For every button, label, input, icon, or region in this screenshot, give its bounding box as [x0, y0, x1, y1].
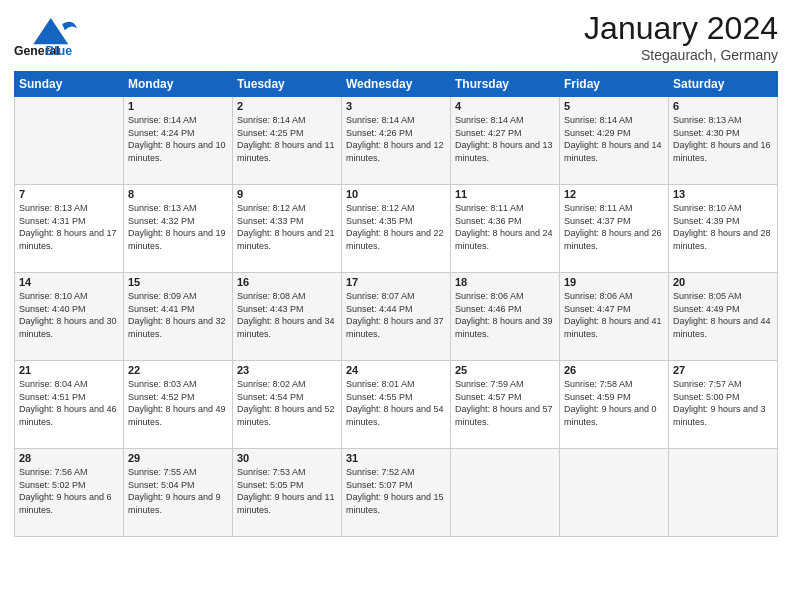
weekday-header: Tuesday — [233, 72, 342, 97]
day-number: 27 — [673, 364, 773, 376]
day-number: 31 — [346, 452, 446, 464]
svg-text:Blue: Blue — [46, 44, 73, 58]
weekday-header: Friday — [560, 72, 669, 97]
day-number: 12 — [564, 188, 664, 200]
calendar-week-row: 1 Sunrise: 8:14 AMSunset: 4:24 PMDayligh… — [15, 97, 778, 185]
cell-info: Sunrise: 8:12 AMSunset: 4:33 PMDaylight:… — [237, 202, 337, 252]
cell-info: Sunrise: 8:14 AMSunset: 4:25 PMDaylight:… — [237, 114, 337, 164]
cell-info: Sunrise: 7:58 AMSunset: 4:59 PMDaylight:… — [564, 378, 664, 428]
calendar-cell: 16 Sunrise: 8:08 AMSunset: 4:43 PMDaylig… — [233, 273, 342, 361]
calendar-cell: 22 Sunrise: 8:03 AMSunset: 4:52 PMDaylig… — [124, 361, 233, 449]
calendar-cell: 12 Sunrise: 8:11 AMSunset: 4:37 PMDaylig… — [560, 185, 669, 273]
calendar-cell: 18 Sunrise: 8:06 AMSunset: 4:46 PMDaylig… — [451, 273, 560, 361]
calendar-cell: 2 Sunrise: 8:14 AMSunset: 4:25 PMDayligh… — [233, 97, 342, 185]
day-number: 22 — [128, 364, 228, 376]
day-number: 5 — [564, 100, 664, 112]
cell-info: Sunrise: 7:52 AMSunset: 5:07 PMDaylight:… — [346, 466, 446, 516]
cell-info: Sunrise: 8:04 AMSunset: 4:51 PMDaylight:… — [19, 378, 119, 428]
calendar-cell: 13 Sunrise: 8:10 AMSunset: 4:39 PMDaylig… — [669, 185, 778, 273]
day-number: 1 — [128, 100, 228, 112]
day-number: 25 — [455, 364, 555, 376]
day-number: 26 — [564, 364, 664, 376]
day-number: 19 — [564, 276, 664, 288]
cell-info: Sunrise: 7:55 AMSunset: 5:04 PMDaylight:… — [128, 466, 228, 516]
calendar-cell: 19 Sunrise: 8:06 AMSunset: 4:47 PMDaylig… — [560, 273, 669, 361]
weekday-header-row: SundayMondayTuesdayWednesdayThursdayFrid… — [15, 72, 778, 97]
location: Stegaurach, Germany — [584, 47, 778, 63]
day-number: 9 — [237, 188, 337, 200]
calendar-cell: 9 Sunrise: 8:12 AMSunset: 4:33 PMDayligh… — [233, 185, 342, 273]
calendar-cell: 25 Sunrise: 7:59 AMSunset: 4:57 PMDaylig… — [451, 361, 560, 449]
cell-info: Sunrise: 7:56 AMSunset: 5:02 PMDaylight:… — [19, 466, 119, 516]
cell-info: Sunrise: 8:13 AMSunset: 4:31 PMDaylight:… — [19, 202, 119, 252]
calendar-cell: 26 Sunrise: 7:58 AMSunset: 4:59 PMDaylig… — [560, 361, 669, 449]
calendar-cell: 3 Sunrise: 8:14 AMSunset: 4:26 PMDayligh… — [342, 97, 451, 185]
cell-info: Sunrise: 8:02 AMSunset: 4:54 PMDaylight:… — [237, 378, 337, 428]
calendar-table: SundayMondayTuesdayWednesdayThursdayFrid… — [14, 71, 778, 537]
calendar-cell: 28 Sunrise: 7:56 AMSunset: 5:02 PMDaylig… — [15, 449, 124, 537]
calendar-week-row: 21 Sunrise: 8:04 AMSunset: 4:51 PMDaylig… — [15, 361, 778, 449]
day-number: 28 — [19, 452, 119, 464]
day-number: 3 — [346, 100, 446, 112]
cell-info: Sunrise: 7:59 AMSunset: 4:57 PMDaylight:… — [455, 378, 555, 428]
header: General Blue January 2024 Stegaurach, Ge… — [14, 10, 778, 63]
cell-info: Sunrise: 8:14 AMSunset: 4:27 PMDaylight:… — [455, 114, 555, 164]
day-number: 11 — [455, 188, 555, 200]
cell-info: Sunrise: 7:53 AMSunset: 5:05 PMDaylight:… — [237, 466, 337, 516]
cell-info: Sunrise: 8:13 AMSunset: 4:32 PMDaylight:… — [128, 202, 228, 252]
weekday-header: Monday — [124, 72, 233, 97]
cell-info: Sunrise: 8:06 AMSunset: 4:47 PMDaylight:… — [564, 290, 664, 340]
calendar-cell: 14 Sunrise: 8:10 AMSunset: 4:40 PMDaylig… — [15, 273, 124, 361]
logo: General Blue — [14, 10, 84, 60]
calendar-cell: 5 Sunrise: 8:14 AMSunset: 4:29 PMDayligh… — [560, 97, 669, 185]
day-number: 6 — [673, 100, 773, 112]
calendar-cell — [560, 449, 669, 537]
cell-info: Sunrise: 8:01 AMSunset: 4:55 PMDaylight:… — [346, 378, 446, 428]
cell-info: Sunrise: 7:57 AMSunset: 5:00 PMDaylight:… — [673, 378, 773, 428]
calendar-cell: 7 Sunrise: 8:13 AMSunset: 4:31 PMDayligh… — [15, 185, 124, 273]
cell-info: Sunrise: 8:05 AMSunset: 4:49 PMDaylight:… — [673, 290, 773, 340]
cell-info: Sunrise: 8:03 AMSunset: 4:52 PMDaylight:… — [128, 378, 228, 428]
cell-info: Sunrise: 8:07 AMSunset: 4:44 PMDaylight:… — [346, 290, 446, 340]
weekday-header: Sunday — [15, 72, 124, 97]
calendar-cell: 8 Sunrise: 8:13 AMSunset: 4:32 PMDayligh… — [124, 185, 233, 273]
day-number: 8 — [128, 188, 228, 200]
weekday-header: Wednesday — [342, 72, 451, 97]
day-number: 18 — [455, 276, 555, 288]
day-number: 14 — [19, 276, 119, 288]
day-number: 29 — [128, 452, 228, 464]
cell-info: Sunrise: 8:13 AMSunset: 4:30 PMDaylight:… — [673, 114, 773, 164]
cell-info: Sunrise: 8:14 AMSunset: 4:24 PMDaylight:… — [128, 114, 228, 164]
calendar-cell: 21 Sunrise: 8:04 AMSunset: 4:51 PMDaylig… — [15, 361, 124, 449]
title-block: January 2024 Stegaurach, Germany — [584, 10, 778, 63]
day-number: 24 — [346, 364, 446, 376]
calendar-cell — [15, 97, 124, 185]
cell-info: Sunrise: 8:12 AMSunset: 4:35 PMDaylight:… — [346, 202, 446, 252]
calendar-cell: 6 Sunrise: 8:13 AMSunset: 4:30 PMDayligh… — [669, 97, 778, 185]
svg-marker-0 — [33, 18, 68, 44]
calendar-week-row: 14 Sunrise: 8:10 AMSunset: 4:40 PMDaylig… — [15, 273, 778, 361]
day-number: 4 — [455, 100, 555, 112]
calendar-cell: 20 Sunrise: 8:05 AMSunset: 4:49 PMDaylig… — [669, 273, 778, 361]
calendar-cell: 29 Sunrise: 7:55 AMSunset: 5:04 PMDaylig… — [124, 449, 233, 537]
weekday-header: Saturday — [669, 72, 778, 97]
calendar-cell: 23 Sunrise: 8:02 AMSunset: 4:54 PMDaylig… — [233, 361, 342, 449]
calendar-week-row: 28 Sunrise: 7:56 AMSunset: 5:02 PMDaylig… — [15, 449, 778, 537]
calendar-cell: 27 Sunrise: 7:57 AMSunset: 5:00 PMDaylig… — [669, 361, 778, 449]
day-number: 15 — [128, 276, 228, 288]
cell-info: Sunrise: 8:09 AMSunset: 4:41 PMDaylight:… — [128, 290, 228, 340]
cell-info: Sunrise: 8:10 AMSunset: 4:39 PMDaylight:… — [673, 202, 773, 252]
calendar-week-row: 7 Sunrise: 8:13 AMSunset: 4:31 PMDayligh… — [15, 185, 778, 273]
cell-info: Sunrise: 8:14 AMSunset: 4:29 PMDaylight:… — [564, 114, 664, 164]
cell-info: Sunrise: 8:14 AMSunset: 4:26 PMDaylight:… — [346, 114, 446, 164]
day-number: 2 — [237, 100, 337, 112]
cell-info: Sunrise: 8:08 AMSunset: 4:43 PMDaylight:… — [237, 290, 337, 340]
cell-info: Sunrise: 8:11 AMSunset: 4:37 PMDaylight:… — [564, 202, 664, 252]
month-title: January 2024 — [584, 10, 778, 47]
calendar-cell: 15 Sunrise: 8:09 AMSunset: 4:41 PMDaylig… — [124, 273, 233, 361]
calendar-cell: 1 Sunrise: 8:14 AMSunset: 4:24 PMDayligh… — [124, 97, 233, 185]
calendar-cell — [451, 449, 560, 537]
day-number: 30 — [237, 452, 337, 464]
day-number: 10 — [346, 188, 446, 200]
cell-info: Sunrise: 8:11 AMSunset: 4:36 PMDaylight:… — [455, 202, 555, 252]
